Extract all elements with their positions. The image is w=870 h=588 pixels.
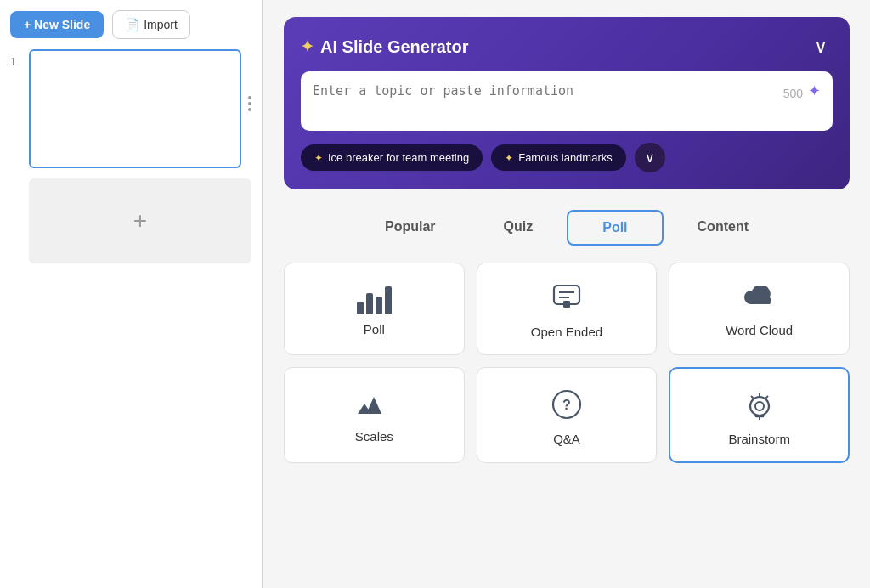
import-doc-icon: 📄: [125, 18, 139, 31]
top-buttons: + New Slide 📄 Import: [10, 10, 251, 39]
sidebar: + New Slide 📄 Import 1 +: [0, 0, 263, 588]
slide-list: 1 +: [10, 49, 251, 263]
slide-number: 1: [10, 49, 22, 68]
chip-sparkle-icon-1: ✦: [314, 152, 323, 164]
sparkle-icon: ✦: [301, 37, 314, 56]
slide-types-grid: Poll Open Ended Word Cloud: [284, 263, 850, 463]
chip-sparkle-icon-2: ✦: [505, 152, 513, 164]
scales-icon: [358, 392, 390, 421]
ai-panel-title: ✦ AI Slide Generator: [301, 37, 469, 57]
svg-point-12: [755, 402, 764, 410]
import-button[interactable]: 📄 Import: [112, 10, 190, 39]
qa-label: Q&A: [553, 432, 580, 446]
chip-famous-landmarks[interactable]: ✦ Famous landmarks: [491, 144, 626, 171]
tab-poll[interactable]: Poll: [567, 210, 663, 246]
svg-point-8: [750, 397, 769, 416]
svg-text:?: ?: [562, 398, 571, 412]
new-slide-button[interactable]: + New Slide: [10, 11, 104, 38]
ai-input-wrapper: 500 ✦: [301, 71, 833, 131]
ai-panel-header: ✦ AI Slide Generator ∨: [301, 34, 833, 59]
svg-rect-3: [563, 301, 570, 308]
ai-panel-collapse-button[interactable]: ∨: [809, 34, 833, 59]
ai-slide-generator-panel: ✦ AI Slide Generator ∨ 500 ✦ ✦ Ice break…: [284, 17, 850, 189]
tab-popular[interactable]: Popular: [351, 210, 470, 246]
tab-content[interactable]: Content: [664, 210, 782, 246]
ai-input-right: 500 ✦: [783, 82, 821, 102]
slide-type-open-ended[interactable]: Open Ended: [477, 263, 658, 355]
chip-ice-breaker[interactable]: ✦ Ice breaker for team meeting: [301, 144, 483, 171]
poll-icon: [357, 286, 392, 314]
svg-line-10: [765, 396, 768, 399]
open-ended-icon: [552, 284, 581, 316]
slide-type-poll[interactable]: Poll: [284, 263, 465, 355]
suggestion-chips: ✦ Ice breaker for team meeting ✦ Famous …: [301, 143, 833, 172]
slide-type-word-cloud[interactable]: Word Cloud: [669, 263, 850, 355]
svg-line-11: [751, 396, 754, 399]
char-count: 500: [783, 87, 803, 100]
ai-topic-input[interactable]: [313, 82, 783, 120]
slide-thumbnail-1[interactable]: [29, 49, 241, 168]
slide-options-dots[interactable]: [248, 49, 251, 111]
brainstorm-icon: [744, 389, 775, 423]
main-content: ✦ AI Slide Generator ∨ 500 ✦ ✦ Ice break…: [263, 0, 870, 588]
poll-label: Poll: [364, 322, 385, 336]
tabs-container: Popular Quiz Poll Content: [284, 210, 850, 246]
chips-more-button[interactable]: ∨: [635, 143, 665, 172]
word-cloud-label: Word Cloud: [726, 323, 793, 337]
magic-icon: ✦: [808, 82, 821, 100]
brainstorm-label: Brainstorm: [728, 432, 790, 446]
add-slide-button[interactable]: +: [29, 178, 251, 263]
open-ended-label: Open Ended: [531, 325, 602, 339]
slide-type-brainstorm[interactable]: Brainstorm: [669, 367, 850, 463]
scales-label: Scales: [355, 429, 393, 444]
slide-type-qa[interactable]: ? Q&A: [477, 367, 658, 463]
slide-type-scales[interactable]: Scales: [284, 367, 465, 463]
tab-quiz[interactable]: Quiz: [470, 210, 568, 246]
qa-icon: ?: [551, 389, 582, 423]
word-cloud-icon: [743, 286, 777, 314]
slide-item-1: 1: [10, 49, 251, 168]
